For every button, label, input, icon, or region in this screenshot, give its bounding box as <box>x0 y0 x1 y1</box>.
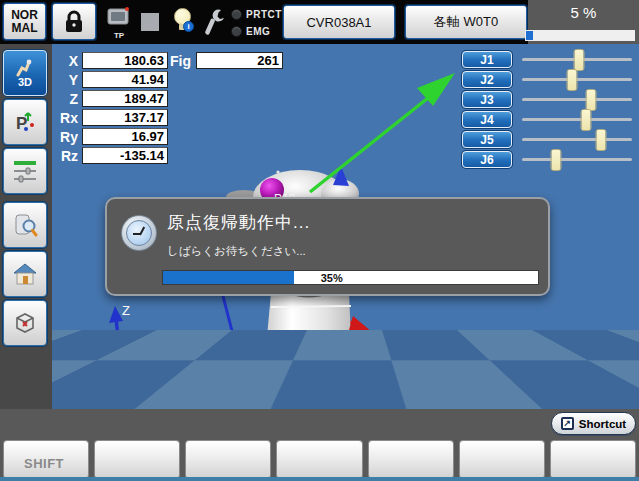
joint-button-j1[interactable]: J1 <box>462 51 512 68</box>
robot-3d-viewport[interactable]: Z X Y <box>52 44 639 409</box>
sidebar-item-3d-view[interactable]: 3D <box>3 50 47 96</box>
pos-label-z: Z <box>52 91 82 107</box>
pos-value-ry: 16.97 <box>82 128 168 145</box>
joint-slider-j5[interactable] <box>522 138 632 141</box>
speed-panel: 5 % <box>528 0 639 44</box>
shortcut-button[interactable]: ↗ Shortcut <box>551 412 636 435</box>
lock-button[interactable] <box>52 3 96 40</box>
tool-z-axis-line <box>223 296 252 409</box>
pos-label-ry: Ry <box>52 129 82 145</box>
joint-slider-handle-j5[interactable] <box>596 129 607 151</box>
joint-slider-j6[interactable] <box>522 158 632 161</box>
fig-field: Fig 261 <box>170 52 283 69</box>
pos-label-rz: Rz <box>52 148 82 164</box>
tool-x-arrowhead <box>349 316 372 332</box>
origin-triad: Z X Y <box>64 303 138 375</box>
cube-icon <box>12 310 38 336</box>
shortcut-jump-icon: ↗ <box>561 417 574 430</box>
dialog-progress-label: 35% <box>321 272 343 284</box>
joint-slider-handle-j4[interactable] <box>580 109 591 131</box>
fkey-3[interactable] <box>186 441 270 478</box>
emg-led-icon <box>231 26 242 37</box>
joint-slider-j1[interactable] <box>522 58 632 61</box>
wrench-icon <box>201 7 227 37</box>
speed-progress-track <box>525 30 635 41</box>
pos-label-y: Y <box>52 72 82 88</box>
axis-mode-button[interactable]: 各軸 W0T0 <box>405 5 527 39</box>
speed-progress-fill <box>526 31 533 40</box>
program-select-button[interactable]: CVR038A1 <box>283 5 395 39</box>
dialog-message: しばらくお待ちください... <box>167 244 306 259</box>
robot-base <box>263 293 414 401</box>
origin-x-label: X <box>64 360 73 375</box>
approach-vector-line <box>310 90 438 192</box>
pos-value-z: 189.47 <box>82 90 168 107</box>
world-x-arrowhead <box>108 371 144 394</box>
fkey-shift[interactable]: SHIFT <box>4 441 88 478</box>
lock-icon <box>63 10 85 34</box>
mode-line2: MAL <box>11 22 38 35</box>
pos-label-rx: Rx <box>52 110 82 126</box>
mode-button[interactable]: NOR MAL <box>3 3 46 40</box>
joint-slider-j3[interactable] <box>522 98 632 101</box>
sliders-icon <box>12 158 38 184</box>
prtct-label: PRTCT <box>246 9 282 20</box>
dialog-title: 原点復帰動作中... <box>167 211 310 234</box>
fkey-6[interactable] <box>460 441 544 478</box>
shortcut-label: Shortcut <box>579 418 626 430</box>
function-key-row: SHIFT <box>0 441 639 478</box>
top-status-bar: NOR MAL TP i <box>0 0 639 44</box>
joint-button-j3[interactable]: J3 <box>462 91 512 108</box>
joint-button-j4[interactable]: J4 <box>462 111 512 128</box>
dialog-progress-fill <box>163 271 294 284</box>
origin-z-label: Z <box>122 303 130 318</box>
sidebar-item-settings[interactable] <box>3 148 47 194</box>
joint-slider-j4[interactable] <box>522 118 632 121</box>
fig-label: Fig <box>170 53 196 69</box>
sidebar-item-home[interactable] <box>3 251 47 297</box>
bottom-edge-line <box>0 477 639 481</box>
sidebar-3d-label: 3D <box>18 77 32 88</box>
joint-slider-handle-j3[interactable] <box>586 89 597 111</box>
teach-pendant-screen: NOR MAL TP i <box>0 0 639 481</box>
homing-progress-dialog: 原点復帰動作中... しばらくお待ちください... 35% <box>105 197 550 296</box>
prtct-led-icon <box>231 9 242 20</box>
bottom-bar: ↗ Shortcut SHIFT <box>0 409 639 481</box>
joint-slider-handle-j2[interactable] <box>566 69 577 91</box>
tp-monitor-icon <box>105 6 133 28</box>
pos-value-rx: 137.17 <box>82 109 168 126</box>
joint-button-j6[interactable]: J6 <box>462 151 512 168</box>
fig-value: 261 <box>196 52 283 69</box>
sidebar-item-workspace[interactable] <box>3 300 47 346</box>
pos-value-rz: -135.14 <box>82 147 168 164</box>
tp-indicator: TP <box>103 6 135 40</box>
home-icon <box>12 261 38 287</box>
joint-slider-handle-j1[interactable] <box>574 49 585 71</box>
pos-value-x: 180.63 <box>82 52 168 69</box>
dialog-progress-track: 35% <box>162 270 539 285</box>
fkey-4[interactable] <box>277 441 361 478</box>
joint-button-j2[interactable]: J2 <box>462 71 512 88</box>
point-axes-icon: P <box>12 109 38 135</box>
sidebar-item-position[interactable]: P <box>3 99 47 145</box>
fkey-7[interactable] <box>551 441 635 478</box>
left-toolbar: 3D P <box>0 44 52 409</box>
pos-value-y: 41.94 <box>82 71 168 88</box>
emg-label: EMG <box>246 26 270 37</box>
pendant-search-icon <box>12 212 38 238</box>
joint-slider-handle-j6[interactable] <box>551 149 562 171</box>
pos-label-x: X <box>52 53 82 69</box>
joint-button-j5[interactable]: J5 <box>462 131 512 148</box>
info-badge-icon: i <box>183 21 194 32</box>
robot-3d-icon <box>15 59 35 77</box>
lamp-status-icon: i <box>172 8 194 34</box>
sidebar-item-monitor[interactable] <box>3 202 47 248</box>
joint-slider-j2[interactable] <box>522 78 632 81</box>
clock-icon <box>121 215 157 251</box>
mode-line1: NOR <box>11 9 38 22</box>
fkey-5[interactable] <box>369 441 453 478</box>
fkey-2[interactable] <box>95 441 179 478</box>
stop-square-icon <box>141 13 159 31</box>
origin-y-label: Y <box>129 350 138 365</box>
safety-leds: PRTCT EMG <box>231 6 282 40</box>
